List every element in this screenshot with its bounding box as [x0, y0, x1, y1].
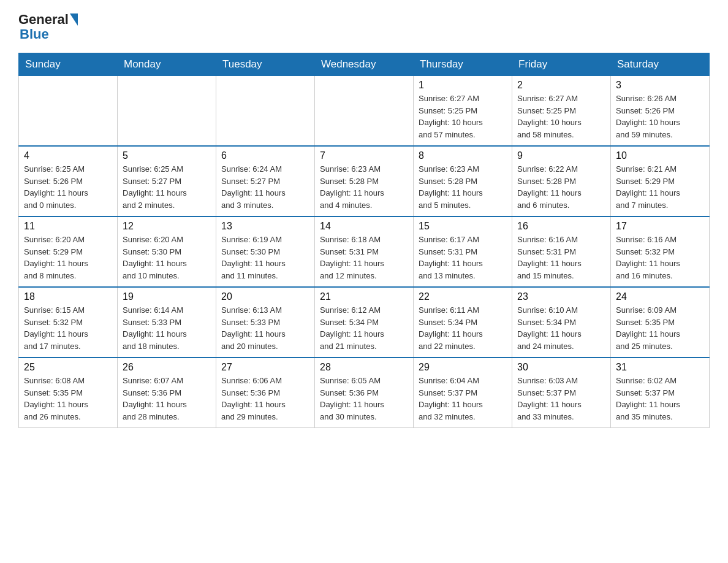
day-of-week-header: Thursday	[414, 53, 512, 76]
day-of-week-header: Monday	[118, 53, 216, 76]
day-number: 17	[616, 221, 704, 232]
calendar-week-row: 11Sunrise: 6:20 AMSunset: 5:29 PMDayligh…	[19, 216, 710, 287]
day-of-week-header: Saturday	[611, 53, 710, 76]
calendar-cell	[19, 76, 118, 147]
calendar-table: SundayMondayTuesdayWednesdayThursdayFrid…	[18, 53, 710, 428]
calendar-cell: 29Sunrise: 6:04 AMSunset: 5:37 PMDayligh…	[414, 358, 512, 428]
calendar-cell: 22Sunrise: 6:11 AMSunset: 5:34 PMDayligh…	[414, 287, 512, 358]
day-number: 30	[517, 362, 605, 373]
calendar-cell: 7Sunrise: 6:23 AMSunset: 5:28 PMDaylight…	[315, 146, 414, 216]
calendar-cell: 5Sunrise: 6:25 AMSunset: 5:27 PMDaylight…	[118, 146, 216, 216]
calendar-cell	[315, 76, 414, 147]
calendar-cell: 31Sunrise: 6:02 AMSunset: 5:37 PMDayligh…	[611, 358, 710, 428]
day-info: Sunrise: 6:02 AMSunset: 5:37 PMDaylight:…	[616, 375, 704, 423]
day-number: 14	[320, 221, 408, 232]
calendar-cell	[216, 76, 315, 147]
calendar-cell: 10Sunrise: 6:21 AMSunset: 5:29 PMDayligh…	[611, 146, 710, 216]
calendar-cell: 12Sunrise: 6:20 AMSunset: 5:30 PMDayligh…	[118, 216, 216, 287]
day-info: Sunrise: 6:16 AMSunset: 5:32 PMDaylight:…	[616, 234, 704, 282]
day-info: Sunrise: 6:20 AMSunset: 5:30 PMDaylight:…	[123, 234, 211, 282]
calendar-cell: 19Sunrise: 6:14 AMSunset: 5:33 PMDayligh…	[118, 287, 216, 358]
calendar-cell: 16Sunrise: 6:16 AMSunset: 5:31 PMDayligh…	[512, 216, 611, 287]
day-info: Sunrise: 6:08 AMSunset: 5:35 PMDaylight:…	[24, 375, 112, 423]
logo-blue: Blue	[20, 26, 49, 42]
logo-wordmark: General Blue	[18, 12, 78, 42]
day-info: Sunrise: 6:26 AMSunset: 5:26 PMDaylight:…	[616, 93, 704, 140]
day-number: 12	[123, 221, 211, 232]
day-number: 3	[616, 80, 704, 91]
day-number: 21	[320, 291, 408, 302]
calendar-cell: 26Sunrise: 6:07 AMSunset: 5:36 PMDayligh…	[118, 358, 216, 428]
calendar-cell: 21Sunrise: 6:12 AMSunset: 5:34 PMDayligh…	[315, 287, 414, 358]
day-info: Sunrise: 6:03 AMSunset: 5:37 PMDaylight:…	[517, 375, 605, 423]
calendar-cell: 1Sunrise: 6:27 AMSunset: 5:25 PMDaylight…	[414, 76, 512, 147]
day-number: 13	[221, 221, 309, 232]
calendar-cell: 13Sunrise: 6:19 AMSunset: 5:30 PMDayligh…	[216, 216, 315, 287]
day-number: 7	[320, 150, 408, 161]
day-info: Sunrise: 6:17 AMSunset: 5:31 PMDaylight:…	[419, 234, 507, 282]
day-number: 26	[123, 362, 211, 373]
day-info: Sunrise: 6:23 AMSunset: 5:28 PMDaylight:…	[320, 163, 408, 211]
day-info: Sunrise: 6:14 AMSunset: 5:33 PMDaylight:…	[123, 304, 211, 352]
day-number: 2	[517, 80, 605, 91]
day-of-week-header: Tuesday	[216, 53, 315, 76]
day-info: Sunrise: 6:16 AMSunset: 5:31 PMDaylight:…	[517, 234, 605, 282]
calendar-cell: 28Sunrise: 6:05 AMSunset: 5:36 PMDayligh…	[315, 358, 414, 428]
calendar-cell: 18Sunrise: 6:15 AMSunset: 5:32 PMDayligh…	[19, 287, 118, 358]
day-info: Sunrise: 6:11 AMSunset: 5:34 PMDaylight:…	[419, 304, 507, 352]
day-of-week-header: Wednesday	[315, 53, 414, 76]
day-number: 22	[419, 291, 507, 302]
day-number: 19	[123, 291, 211, 302]
calendar-cell: 9Sunrise: 6:22 AMSunset: 5:28 PMDaylight…	[512, 146, 611, 216]
day-info: Sunrise: 6:18 AMSunset: 5:31 PMDaylight:…	[320, 234, 408, 282]
calendar-cell: 11Sunrise: 6:20 AMSunset: 5:29 PMDayligh…	[19, 216, 118, 287]
calendar-cell	[118, 76, 216, 147]
day-of-week-header: Sunday	[19, 53, 118, 76]
calendar-cell: 8Sunrise: 6:23 AMSunset: 5:28 PMDaylight…	[414, 146, 512, 216]
calendar-cell: 30Sunrise: 6:03 AMSunset: 5:37 PMDayligh…	[512, 358, 611, 428]
day-of-week-header: Friday	[512, 53, 611, 76]
day-info: Sunrise: 6:21 AMSunset: 5:29 PMDaylight:…	[616, 163, 704, 211]
logo: General Blue	[18, 12, 78, 42]
calendar-cell: 6Sunrise: 6:24 AMSunset: 5:27 PMDaylight…	[216, 146, 315, 216]
calendar-week-row: 1Sunrise: 6:27 AMSunset: 5:25 PMDaylight…	[19, 76, 710, 147]
calendar-cell: 27Sunrise: 6:06 AMSunset: 5:36 PMDayligh…	[216, 358, 315, 428]
day-info: Sunrise: 6:24 AMSunset: 5:27 PMDaylight:…	[221, 163, 309, 211]
day-number: 24	[616, 291, 704, 302]
day-number: 4	[24, 150, 112, 161]
calendar-cell: 20Sunrise: 6:13 AMSunset: 5:33 PMDayligh…	[216, 287, 315, 358]
day-number: 6	[221, 150, 309, 161]
day-number: 18	[24, 291, 112, 302]
day-number: 10	[616, 150, 704, 161]
day-info: Sunrise: 6:13 AMSunset: 5:33 PMDaylight:…	[221, 304, 309, 352]
day-info: Sunrise: 6:27 AMSunset: 5:25 PMDaylight:…	[419, 93, 507, 140]
day-info: Sunrise: 6:04 AMSunset: 5:37 PMDaylight:…	[419, 375, 507, 423]
day-number: 16	[517, 221, 605, 232]
calendar-cell: 24Sunrise: 6:09 AMSunset: 5:35 PMDayligh…	[611, 287, 710, 358]
calendar-cell: 3Sunrise: 6:26 AMSunset: 5:26 PMDaylight…	[611, 76, 710, 147]
calendar-cell: 2Sunrise: 6:27 AMSunset: 5:25 PMDaylight…	[512, 76, 611, 147]
calendar-cell: 4Sunrise: 6:25 AMSunset: 5:26 PMDaylight…	[19, 146, 118, 216]
day-number: 5	[123, 150, 211, 161]
day-info: Sunrise: 6:22 AMSunset: 5:28 PMDaylight:…	[517, 163, 605, 211]
calendar-cell: 23Sunrise: 6:10 AMSunset: 5:34 PMDayligh…	[512, 287, 611, 358]
page-header: General Blue	[18, 12, 710, 42]
day-number: 28	[320, 362, 408, 373]
day-info: Sunrise: 6:23 AMSunset: 5:28 PMDaylight:…	[419, 163, 507, 211]
calendar-cell: 25Sunrise: 6:08 AMSunset: 5:35 PMDayligh…	[19, 358, 118, 428]
day-info: Sunrise: 6:27 AMSunset: 5:25 PMDaylight:…	[517, 93, 605, 140]
day-info: Sunrise: 6:06 AMSunset: 5:36 PMDaylight:…	[221, 375, 309, 423]
calendar-cell: 14Sunrise: 6:18 AMSunset: 5:31 PMDayligh…	[315, 216, 414, 287]
day-number: 29	[419, 362, 507, 373]
day-info: Sunrise: 6:05 AMSunset: 5:36 PMDaylight:…	[320, 375, 408, 423]
calendar-week-row: 4Sunrise: 6:25 AMSunset: 5:26 PMDaylight…	[19, 146, 710, 216]
day-info: Sunrise: 6:25 AMSunset: 5:27 PMDaylight:…	[123, 163, 211, 211]
day-number: 8	[419, 150, 507, 161]
calendar-week-row: 18Sunrise: 6:15 AMSunset: 5:32 PMDayligh…	[19, 287, 710, 358]
day-info: Sunrise: 6:07 AMSunset: 5:36 PMDaylight:…	[123, 375, 211, 423]
day-number: 25	[24, 362, 112, 373]
day-info: Sunrise: 6:10 AMSunset: 5:34 PMDaylight:…	[517, 304, 605, 352]
day-info: Sunrise: 6:25 AMSunset: 5:26 PMDaylight:…	[24, 163, 112, 211]
day-number: 27	[221, 362, 309, 373]
calendar-week-row: 25Sunrise: 6:08 AMSunset: 5:35 PMDayligh…	[19, 358, 710, 428]
